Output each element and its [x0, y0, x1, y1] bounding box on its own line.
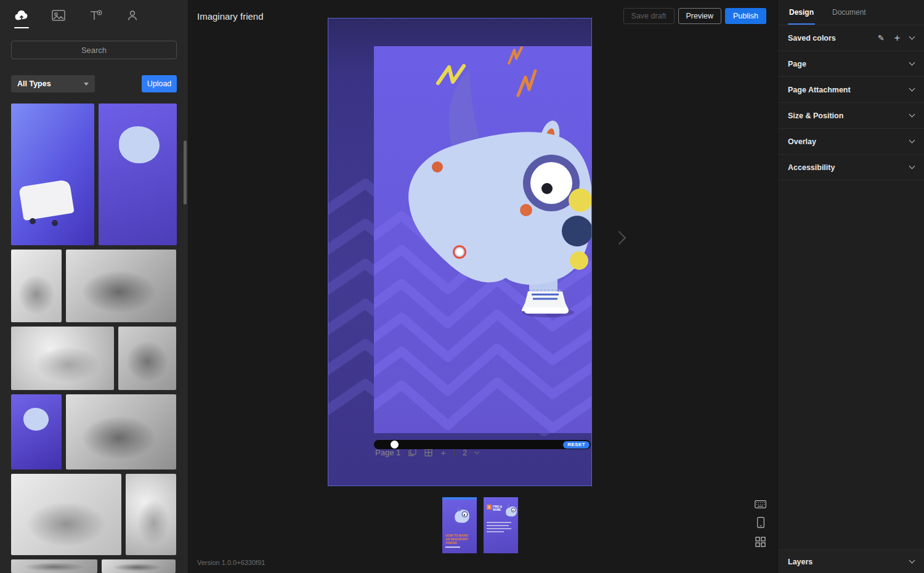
asset-row — [11, 104, 177, 245]
version-label: Version 1.0.0+6330f91 — [197, 559, 265, 566]
section-label: Accessibility — [788, 163, 835, 172]
asset-thumbnail-cropped-photo-left[interactable] — [11, 559, 97, 573]
tab-text[interactable] — [87, 9, 103, 25]
upload-button[interactable]: Upload — [142, 75, 177, 92]
text-bar — [487, 528, 511, 529]
asset-thumbnail-totoro-toy-photo[interactable] — [118, 327, 176, 390]
section-label: Overlay — [788, 137, 816, 146]
asset-thumbnail-rhino-character-artwork[interactable] — [99, 104, 177, 245]
page-thumbnails: HOW TO MAKE AN IMAGINARY FRIEND 1 FIND &… — [442, 497, 518, 553]
text-add-icon — [89, 9, 102, 24]
asset-panel-tabs — [0, 0, 188, 30]
layers-bar[interactable]: Layers — [778, 550, 924, 573]
reset-button[interactable]: RESET — [563, 441, 590, 449]
keyboard-shortcuts-icon[interactable] — [755, 500, 766, 508]
chevron-down-icon — [909, 86, 915, 92]
chevron-down-icon — [909, 112, 915, 118]
asset-thumbnail-sock-monkey-photo[interactable] — [66, 394, 176, 469]
page1-title: HOW TO MAKE AN IMAGINARY FRIEND — [445, 534, 471, 545]
next-page-arrow[interactable] — [612, 231, 626, 245]
person-icon — [126, 9, 139, 24]
inspector-panel: Design Document Saved colors✎+PagePage A… — [777, 0, 924, 573]
text-bar — [445, 547, 460, 548]
publish-button[interactable]: Publish — [725, 8, 766, 24]
section-accessibility[interactable]: Accessibility — [778, 155, 924, 181]
asset-filter-row: All Types Upload — [11, 75, 177, 92]
type-filter-value: All Types — [17, 79, 51, 88]
rhino-poster-image[interactable] — [374, 46, 591, 433]
image-icon — [52, 9, 65, 24]
asset-thumbnail-phone-car-artwork[interactable] — [11, 104, 94, 245]
chevron-down-icon — [909, 558, 915, 564]
artboard-page[interactable]: Page 1 + 2 RESET — [328, 18, 591, 486]
design-sections: Saved colors✎+PagePage AttachmentSize & … — [778, 25, 924, 181]
view-mode-icons — [755, 500, 766, 547]
asset-thumbnail-plush-ghost-photo[interactable] — [11, 474, 121, 555]
asset-thumbnail-cropped-photo-right[interactable] — [102, 559, 176, 573]
section-size-position[interactable]: Size & Position — [778, 103, 924, 129]
chevron-down-icon — [909, 163, 915, 169]
asset-thumbnail-cat-figurine-photo[interactable] — [126, 474, 176, 555]
divider — [454, 448, 455, 457]
section-icons — [910, 89, 914, 91]
header-buttons: Save draft Preview Publish — [623, 8, 766, 24]
page2-title: FIND & NAME — [493, 505, 508, 511]
asset-thumbnail-snowman-figure-photo[interactable] — [11, 327, 114, 390]
section-page-attachment[interactable]: Page Attachment — [778, 77, 924, 103]
text-bar — [487, 531, 504, 532]
section-icons — [910, 63, 914, 65]
search-input[interactable] — [11, 41, 177, 59]
layers-label: Layers — [788, 558, 813, 566]
preview-button[interactable]: Preview — [678, 8, 721, 24]
add-color-icon[interactable]: + — [894, 33, 900, 43]
tab-design[interactable]: Design — [788, 0, 815, 25]
section-saved-colors[interactable]: Saved colors✎+ — [778, 25, 924, 51]
save-draft-button[interactable]: Save draft — [623, 8, 675, 24]
step-badge: 1 — [487, 505, 492, 510]
section-overlay[interactable]: Overlay — [778, 129, 924, 155]
section-label: Page — [788, 60, 806, 68]
chevron-down-icon — [84, 83, 89, 86]
tab-uploads[interactable] — [14, 9, 30, 25]
asset-row — [11, 474, 177, 555]
tab-images[interactable] — [51, 9, 67, 25]
document-title: Imaginary friend — [197, 11, 264, 22]
text-bar — [487, 525, 509, 526]
asset-row — [11, 250, 177, 322]
tab-people[interactable] — [124, 9, 140, 25]
chevron-down-icon — [909, 34, 915, 40]
tab-document[interactable]: Document — [831, 0, 867, 25]
asset-panel: All Types Upload — [0, 0, 188, 573]
asset-thumbnail-dinosaur-toy-photo[interactable] — [66, 250, 176, 322]
duplicate-page-icon[interactable] — [408, 448, 416, 457]
asset-grid — [11, 104, 177, 573]
canvas-header: Imaginary friend Save draft Preview Publ… — [188, 0, 777, 32]
type-filter-select[interactable]: All Types — [11, 75, 95, 92]
grid-layout-icon[interactable] — [755, 537, 766, 547]
asset-row — [11, 394, 177, 469]
grid-view-icon[interactable] — [424, 449, 432, 457]
page-thumbnail-2[interactable]: 1 FIND & NAME — [484, 497, 518, 553]
section-label: Page Attachment — [788, 86, 851, 94]
section-page[interactable]: Page — [778, 51, 924, 77]
mini-rhino-icon — [450, 506, 469, 528]
section-icons — [910, 140, 914, 142]
edit-colors-icon[interactable]: ✎ — [878, 33, 885, 43]
chevron-down-icon — [909, 60, 915, 66]
scrollbar-thumb[interactable] — [184, 140, 187, 205]
inspector-tabs: Design Document — [778, 0, 924, 25]
scrubber-playhead[interactable] — [391, 441, 399, 449]
video-scrubber[interactable]: RESET — [374, 440, 591, 449]
asset-thumbnail-wooden-monkey-photo[interactable] — [11, 250, 62, 322]
asset-thumbnail-rhino-artwork-small[interactable] — [11, 394, 62, 469]
canvas-area[interactable]: Imaginary friend Save draft Preview Publ… — [188, 0, 777, 573]
section-label: Saved colors — [788, 34, 836, 43]
mobile-preview-icon[interactable] — [757, 517, 764, 528]
asset-row — [11, 327, 177, 390]
cloud-upload-icon — [14, 9, 29, 24]
asset-row — [11, 559, 177, 573]
section-icons — [910, 166, 914, 168]
section-icons — [910, 115, 914, 116]
page-thumbnail-1[interactable]: HOW TO MAKE AN IMAGINARY FRIEND — [442, 497, 477, 553]
chevron-down-icon[interactable] — [474, 449, 479, 453]
